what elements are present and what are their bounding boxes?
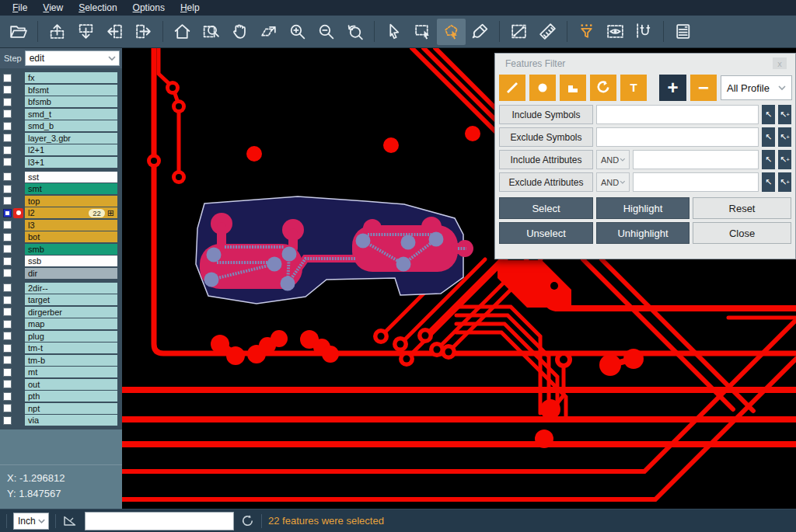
unselect-button[interactable]: Unselect bbox=[499, 222, 593, 244]
exclude-symbols-pick-button[interactable]: ↖ bbox=[762, 127, 775, 147]
layer-row-map[interactable]: map bbox=[0, 318, 122, 329]
select-button[interactable]: Select bbox=[499, 197, 593, 219]
include-symbols-pick-add-button[interactable]: ↖+ bbox=[778, 105, 791, 124]
layer-row-l3[interactable]: l3 bbox=[0, 220, 122, 231]
layer-checkbox-l3-1[interactable] bbox=[3, 158, 12, 166]
dialog-titlebar[interactable]: Features Filter x bbox=[495, 54, 795, 73]
exclude-attributes-pick-add-button[interactable]: ↖+ bbox=[778, 172, 791, 192]
command-input[interactable] bbox=[85, 512, 234, 530]
exclude-symbols-button[interactable]: Exclude Symbols bbox=[499, 127, 593, 147]
layer-row-dirgerber[interactable]: dirgerber bbox=[0, 307, 122, 318]
tool-select-polygon[interactable] bbox=[437, 19, 466, 45]
layer-row-2dir[interactable]: 2dir-- bbox=[0, 283, 122, 294]
layer-checkbox-dirgerber[interactable] bbox=[3, 308, 12, 316]
layer-row-l2-1[interactable]: l2+1 bbox=[0, 144, 122, 155]
tool-zoom-window[interactable] bbox=[197, 19, 225, 45]
tool-select-rectangle[interactable] bbox=[408, 19, 437, 45]
menu-file[interactable]: File bbox=[5, 2, 35, 14]
layer-checkbox-tm-b[interactable] bbox=[3, 356, 12, 364]
layer-row-l2[interactable]: l222⊞ bbox=[0, 207, 122, 218]
layer-checkbox-l2[interactable] bbox=[3, 209, 12, 217]
layer-checkbox-smd-b[interactable] bbox=[3, 122, 12, 130]
add-filter-button[interactable]: + bbox=[659, 75, 686, 101]
layer-checkbox-dir[interactable] bbox=[3, 269, 12, 277]
layer-checkbox-plug[interactable] bbox=[3, 332, 12, 340]
layer-checkbox-mt[interactable] bbox=[3, 368, 12, 377]
include-symbols-pick-button[interactable]: ↖ bbox=[762, 105, 775, 124]
profile-select[interactable]: All Profile bbox=[721, 75, 792, 100]
layer-row-bfsmb[interactable]: bfsmb bbox=[0, 96, 122, 107]
layer-checkbox-out[interactable] bbox=[3, 380, 12, 388]
menu-selection[interactable]: Selection bbox=[71, 2, 124, 14]
layer-row-tm-t[interactable]: tm-t bbox=[0, 342, 122, 353]
layer-row-layer-3-gbr[interactable]: layer_3.gbr bbox=[0, 133, 122, 144]
include-attributes-input[interactable] bbox=[633, 150, 759, 169]
layer-checkbox-smd-t[interactable] bbox=[3, 110, 12, 118]
tool-zoom-out[interactable] bbox=[312, 19, 340, 45]
layer-checkbox-target[interactable] bbox=[3, 296, 12, 304]
layer-checkbox-l2-1[interactable] bbox=[3, 146, 12, 155]
tool-features-filter[interactable] bbox=[572, 19, 601, 45]
unhighlight-button[interactable]: Unhighlight bbox=[596, 222, 690, 244]
layer-checkbox-npt[interactable] bbox=[3, 404, 12, 412]
layer-row-pth[interactable]: pth bbox=[0, 391, 122, 402]
menu-view[interactable]: View bbox=[35, 2, 71, 14]
layer-checkbox-fx[interactable] bbox=[3, 74, 12, 82]
layer-row-bfsmt[interactable]: bfsmt bbox=[0, 85, 122, 96]
tool-zoom-in[interactable] bbox=[283, 19, 312, 45]
layer-row-tm-b[interactable]: tm-b bbox=[0, 355, 122, 366]
layer-checkbox-smt[interactable] bbox=[3, 185, 12, 193]
layer-checkbox-2dir[interactable] bbox=[3, 283, 12, 292]
include-attributes-operator-select[interactable]: AND bbox=[596, 150, 630, 169]
corner-measure-icon[interactable] bbox=[62, 513, 79, 528]
menu-help[interactable]: Help bbox=[173, 2, 208, 14]
tool-measure-point[interactable] bbox=[504, 19, 533, 45]
layer-checkbox-bot[interactable] bbox=[3, 233, 12, 242]
exclude-attributes-button[interactable]: Exclude Attributes bbox=[499, 172, 593, 192]
layer-checkbox-smb[interactable] bbox=[3, 245, 12, 253]
filter-type-surface[interactable] bbox=[560, 75, 586, 101]
layer-row-top[interactable]: top bbox=[0, 196, 122, 207]
layer-row-out[interactable]: out bbox=[0, 379, 122, 390]
highlight-button[interactable]: Highlight bbox=[596, 197, 690, 219]
tool-measure-ruler[interactable] bbox=[533, 19, 562, 45]
include-attributes-pick-button[interactable]: ↖ bbox=[762, 150, 775, 169]
tool-pan-up[interactable] bbox=[43, 19, 72, 45]
filter-type-pad[interactable] bbox=[529, 75, 556, 101]
tool-snap-mode[interactable] bbox=[630, 19, 658, 45]
layer-checkbox-map[interactable] bbox=[3, 320, 12, 329]
include-symbols-button[interactable]: Include Symbols bbox=[499, 105, 593, 124]
remove-filter-button[interactable]: − bbox=[690, 75, 717, 101]
layer-row-mt[interactable]: mt bbox=[0, 367, 122, 377]
exclude-symbols-pick-add-button[interactable]: ↖+ bbox=[778, 127, 791, 147]
layer-row-target[interactable]: target bbox=[0, 294, 122, 305]
refresh-icon[interactable] bbox=[240, 513, 255, 528]
tool-clear-highlight[interactable] bbox=[466, 19, 494, 45]
filter-type-arc[interactable] bbox=[590, 75, 616, 101]
filter-type-text[interactable]: T bbox=[620, 75, 647, 101]
layer-row-smd-b[interactable]: smd_b bbox=[0, 120, 122, 131]
close-button[interactable]: Close bbox=[693, 222, 791, 244]
layer-checkbox-bfsmb[interactable] bbox=[3, 98, 12, 106]
exclude-attributes-operator-select[interactable]: AND bbox=[596, 172, 630, 192]
tool-open-project[interactable] bbox=[4, 19, 33, 45]
layer-checkbox-sst[interactable] bbox=[3, 172, 12, 181]
include-attributes-button[interactable]: Include Attributes bbox=[499, 150, 593, 169]
tool-zoom-home[interactable] bbox=[168, 19, 197, 45]
exclude-attributes-input[interactable] bbox=[633, 172, 759, 192]
layer-checkbox-layer-3-gbr[interactable] bbox=[3, 134, 12, 142]
layer-checkbox-pth[interactable] bbox=[3, 392, 12, 401]
layer-row-npt[interactable]: npt bbox=[0, 403, 122, 414]
tool-view-options[interactable] bbox=[601, 19, 630, 45]
tool-pan-left[interactable] bbox=[100, 19, 129, 45]
exclude-symbols-input[interactable] bbox=[596, 127, 759, 147]
layer-checkbox-via[interactable] bbox=[3, 416, 12, 425]
layer-row-smb[interactable]: smb bbox=[0, 244, 122, 255]
tool-pan-down[interactable] bbox=[72, 19, 100, 45]
dialog-close-button[interactable]: x bbox=[773, 57, 787, 69]
layer-row-smt[interactable]: smt bbox=[0, 183, 122, 194]
layer-row-plug[interactable]: plug bbox=[0, 331, 122, 342]
layer-row-l3-1[interactable]: l3+1 bbox=[0, 157, 122, 168]
tool-zoom-dynamic[interactable] bbox=[254, 19, 283, 45]
include-symbols-input[interactable] bbox=[596, 105, 759, 124]
